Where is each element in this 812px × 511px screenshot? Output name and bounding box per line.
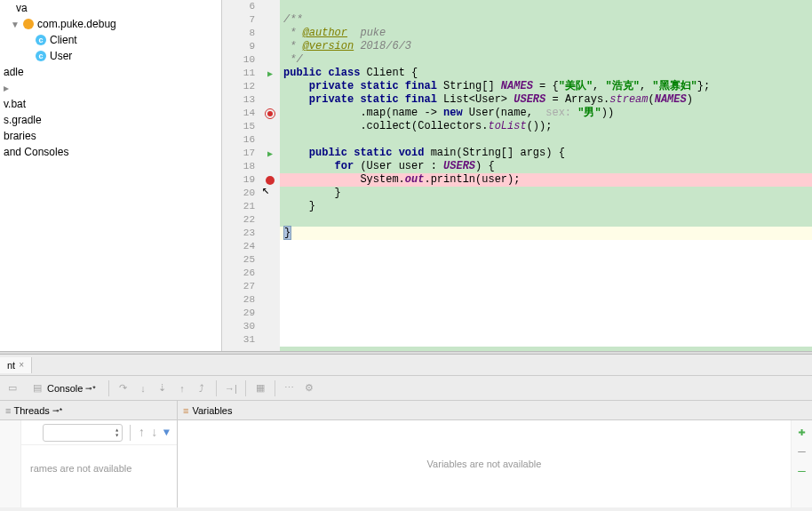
line-number[interactable]: 6	[222, 0, 255, 13]
code-line[interactable]	[280, 0, 812, 13]
code-line[interactable]	[280, 293, 812, 307]
code-line[interactable]: private static final List<User> USERS = …	[280, 93, 812, 107]
code-line[interactable]	[280, 320, 812, 333]
package-icon	[23, 19, 34, 29]
code-line[interactable]	[280, 253, 812, 267]
code-line[interactable]: }	[280, 227, 812, 240]
line-number[interactable]: 25	[222, 253, 255, 267]
line-number[interactable]: 10	[222, 53, 255, 67]
force-step-into-icon[interactable]: ⇣	[155, 381, 170, 395]
line-number[interactable]: 12	[222, 80, 255, 93]
debug-tab[interactable]: nt ×	[0, 357, 32, 373]
line-number[interactable]: 15	[222, 120, 255, 133]
variables-empty-message: Variables are not available	[418, 441, 551, 487]
code-line[interactable]: }	[280, 187, 812, 200]
step-out-icon[interactable]: ↑	[175, 381, 189, 395]
code-content[interactable]: /** * @author puke * @version 2018/6/3 *…	[280, 0, 812, 351]
line-number[interactable]: 7	[222, 13, 255, 27]
code-line[interactable]: System.out.println(user);	[280, 173, 812, 187]
code-line[interactable]	[280, 333, 812, 347]
line-number[interactable]: 29	[222, 307, 255, 320]
code-line[interactable]: /**	[280, 13, 812, 27]
prev-frame-icon[interactable]: ↑	[138, 426, 145, 440]
code-line[interactable]: for (User user : USERS) {	[280, 160, 812, 173]
threads-button[interactable]: ≡ Threads ⊸*	[5, 405, 62, 416]
step-into-icon[interactable]: ↓	[136, 381, 150, 395]
code-line[interactable]	[280, 307, 812, 320]
line-number[interactable]: 8	[222, 27, 255, 40]
filter-icon[interactable]: ▼	[163, 427, 170, 439]
run-marker-icon[interactable]: ▶	[264, 148, 276, 160]
settings-icon[interactable]: ⚙	[302, 381, 316, 395]
line-number[interactable]: 23	[222, 227, 255, 240]
code-line[interactable]	[280, 133, 812, 147]
class-icon: c	[36, 51, 46, 61]
code-line[interactable]	[280, 240, 812, 253]
project-sidebar[interactable]: va ▼com.puke.debug cClient cUser adle ▸ …	[0, 0, 222, 351]
sidebar-item-class-user[interactable]: cUser	[0, 48, 221, 64]
line-number[interactable]: 26	[222, 267, 255, 280]
variables-icon: ≡	[183, 405, 188, 416]
thread-selector[interactable]: ▴▾	[43, 424, 123, 442]
line-number[interactable]: 11	[222, 67, 255, 80]
expand-arrow-icon[interactable]: ▼	[11, 20, 20, 29]
line-number[interactable]: 24	[222, 240, 255, 253]
code-line[interactable]: public class Client {	[280, 67, 812, 80]
code-line[interactable]: public static void main(String[] args) {	[280, 147, 812, 160]
sidebar-item[interactable]: adle	[0, 64, 221, 80]
code-editor[interactable]: 6789101112131415161718192021222324252627…	[222, 0, 812, 351]
run-to-cursor-icon[interactable]: →|	[224, 381, 238, 395]
code-line[interactable]	[280, 267, 812, 280]
evaluate-icon[interactable]: ▦	[253, 381, 267, 395]
add-watch-icon[interactable]: ✚	[798, 424, 805, 439]
line-number[interactable]: 19	[222, 173, 255, 187]
line-number[interactable]: 16	[222, 133, 255, 147]
code-line[interactable]	[280, 213, 812, 227]
sidebar-item[interactable]: ▸	[0, 80, 221, 96]
code-line[interactable]: .collect(Collectors.toList());	[280, 120, 812, 133]
layout-icon[interactable]: ▭	[5, 381, 20, 395]
console-button[interactable]: ▤ Console ⊸*	[25, 379, 101, 397]
sidebar-item-package[interactable]: ▼com.puke.debug	[0, 16, 221, 32]
separator-icon: —	[798, 464, 805, 478]
marker-column[interactable]: ↖ ▶▶	[262, 0, 280, 351]
sidebar-item[interactable]: va	[0, 0, 221, 16]
code-line[interactable]	[280, 280, 812, 293]
line-number[interactable]: 18	[222, 160, 255, 173]
line-number[interactable]: 17	[222, 147, 255, 160]
sidebar-item[interactable]: and Consoles	[0, 144, 221, 160]
line-number[interactable]: 9	[222, 40, 255, 53]
next-frame-icon[interactable]: ↓	[150, 426, 157, 440]
line-number[interactable]: 28	[222, 293, 255, 307]
run-marker-icon[interactable]: ▶	[264, 68, 276, 80]
sidebar-item[interactable]: braries	[0, 128, 221, 144]
step-over-icon[interactable]: ↷	[116, 381, 131, 395]
line-number[interactable]: 13	[222, 93, 255, 107]
threads-icon: ≡	[5, 405, 11, 416]
variables-label: Variables	[192, 405, 232, 416]
line-number[interactable]: 27	[222, 280, 255, 293]
line-number[interactable]: 21	[222, 200, 255, 213]
remove-watch-icon[interactable]: —	[798, 444, 805, 459]
code-line[interactable]: .map(name -> new User(name, sex: "男"))	[280, 107, 812, 120]
code-line[interactable]: * @version 2018/6/3	[280, 40, 812, 53]
pin-icon: ⊸*	[52, 406, 63, 415]
code-line[interactable]: }	[280, 200, 812, 213]
line-number[interactable]: 31	[222, 333, 255, 347]
close-icon[interactable]: ×	[19, 360, 24, 370]
line-number[interactable]: 30	[222, 320, 255, 333]
sidebar-item[interactable]: v.bat	[0, 96, 221, 112]
line-number[interactable]: 22	[222, 213, 255, 227]
line-number[interactable]: 20	[222, 187, 255, 200]
code-line[interactable]: * @author puke	[280, 27, 812, 40]
line-number[interactable]: 14	[222, 107, 255, 120]
console-icon: ▤	[30, 381, 44, 395]
sidebar-item[interactable]: s.gradle	[0, 112, 221, 128]
drop-frame-icon[interactable]: ⤴	[195, 381, 209, 395]
breakpoint-lambda-icon[interactable]	[264, 108, 276, 120]
code-line[interactable]: */	[280, 53, 812, 67]
code-line[interactable]: private static final String[] NAMES = {"…	[280, 80, 812, 93]
line-gutter[interactable]: 6789101112131415161718192021222324252627…	[222, 0, 262, 351]
sidebar-item-class-client[interactable]: cClient	[0, 32, 221, 48]
more-icon[interactable]: ⋯	[283, 381, 297, 395]
